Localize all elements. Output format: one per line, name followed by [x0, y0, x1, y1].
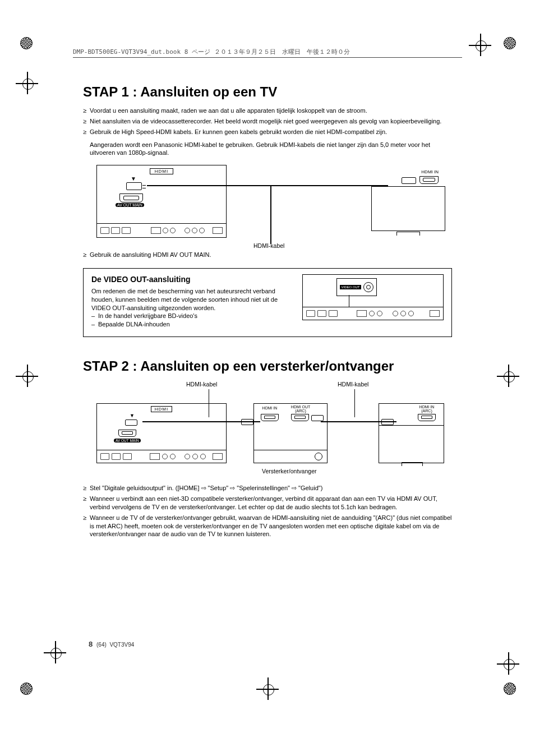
registration-mark-icon: [17, 34, 35, 52]
crop-mark-icon: [44, 641, 66, 663]
manual-page: DMP-BDT500EG-VQT3V94_dut.book 8 ページ ２０１３…: [0, 0, 535, 756]
bullet-item: Gebruik de aansluiting HDMI AV OUT MAIN.: [83, 251, 452, 259]
crop-mark-icon: [497, 652, 519, 675]
page-content: STAP 1 : Aansluiten op een TV Voordat u …: [83, 84, 452, 543]
registration-mark-icon: [17, 679, 35, 697]
video-out-item: In de handel verkrijgbare BD-video's: [91, 312, 293, 320]
hdmi-in-label: HDMI IN: [421, 169, 439, 174]
bullet-subtext: Aangeraden wordt een Panasonic HDMI-kabe…: [83, 141, 452, 158]
player-back-panel: [303, 307, 443, 320]
video-out-diagram: VIDEO OUT: [302, 274, 444, 320]
arrow-down-icon: ▼: [130, 413, 135, 418]
doc-header: DMP-BDT500EG-VQT3V94_dut.book 8 ページ ２０１３…: [73, 48, 462, 58]
registration-mark-icon: [500, 34, 518, 52]
hdmi-cable-caption: HDMI-kabel: [186, 381, 217, 388]
hdmi-plug-icon: [402, 177, 416, 184]
hdmi-in-label: HDMI IN: [259, 406, 281, 410]
cable-leader-line: [270, 185, 271, 244]
hdmi-port-icon: [419, 176, 439, 184]
stap2-bullets: Stel "Digitale geluidsoutput" in. ([HOME…: [83, 484, 452, 538]
tv-screen-icon: [379, 425, 444, 463]
stap1-heading: STAP 1 : Aansluiten op een TV: [83, 84, 452, 100]
hdmi-port-icon: [291, 414, 309, 421]
crop-mark-icon: [16, 365, 38, 387]
av-out-main-label: AV OUT MAIN: [116, 203, 144, 207]
tv-stand-icon: [396, 232, 420, 236]
hdmi-plug-icon: [311, 415, 324, 421]
hdmi-logo-icon: HDMI: [151, 406, 172, 412]
crop-mark-icon: [256, 677, 279, 700]
crop-mark-icon: [16, 72, 38, 94]
crop-mark-icon: [497, 365, 519, 387]
hdmi-out-arc-label: HDMI OUT (ARC): [287, 405, 315, 413]
hdmi-logo-icon: HDMI: [150, 168, 173, 174]
stap1-diagram: HDMI ▼ AV OUT MAIN: [96, 165, 444, 246]
bullet-item: Wanneer u de TV of de versterker/ontvang…: [83, 514, 452, 539]
stap1-bullets: Voordat u een aansluiting maakt, raden w…: [83, 107, 452, 136]
arrow-down-icon: ▼: [131, 176, 136, 182]
hdmi-port-icon: [261, 414, 279, 421]
player-back-panel: [97, 450, 226, 463]
hdmi-port-icon: [119, 193, 143, 202]
bullet-item: Gebruik de High Speed-HDMI kabels. Er ku…: [83, 128, 452, 136]
hdmi-in-arc-label: HDMI IN (ARC): [413, 405, 440, 413]
stap2-diagram: HDMI-kabel HDMI-kabel HDMI ▼ AV OUT MAIN: [96, 381, 444, 476]
hdmi-plug-icon: [125, 420, 137, 426]
amp-caption: Versterker/ontvanger: [262, 468, 316, 474]
hdmi-cable-caption: HDMI-kabel: [253, 242, 284, 249]
hdmi-cable-line: [147, 185, 388, 186]
video-out-intro: Om redenen die met de bescherming van he…: [91, 287, 293, 312]
leader-line: [349, 295, 349, 307]
video-out-title: De VIDEO OUT-aansluiting: [91, 274, 293, 285]
tv-diagram: HDMI IN: [371, 165, 444, 232]
tv-screen-icon: [371, 186, 445, 231]
bullet-item: Wanneer u verbindt aan een niet-3D compa…: [83, 495, 452, 511]
video-out-zoom: VIDEO OUT: [336, 278, 377, 296]
crop-mark-icon: [469, 34, 491, 56]
av-out-main-label: AV OUT MAIN: [114, 439, 141, 442]
bullet-item: Voordat u een aansluiting maakt, raden w…: [83, 107, 452, 115]
tv-stand-icon: [402, 462, 423, 466]
stap2-heading: STAP 2 : Aansluiten op een versterker/on…: [83, 358, 452, 374]
hdmi-plug-icon: [241, 419, 253, 425]
page-paren: (64): [96, 642, 107, 648]
page-number: 8: [89, 640, 93, 648]
stap1-after-bullets: Gebruik de aansluiting HDMI AV OUT MAIN.: [83, 251, 452, 259]
tv-diagram: HDMI IN (ARC): [379, 403, 444, 463]
hdmi-plug-icon: [126, 182, 142, 190]
video-out-item: Bepaalde DLNA-inhouden: [91, 320, 293, 329]
video-out-box: De VIDEO OUT-aansluiting Om redenen die …: [83, 268, 452, 337]
rca-jack-icon: [363, 282, 373, 292]
hdmi-port-icon: [418, 414, 436, 421]
hdmi-port-icon: [118, 430, 136, 437]
bullet-item: Niet aansluiten via de videocassettereco…: [83, 117, 452, 126]
amp-diagram: HDMI IN HDMI OUT (ARC): [253, 403, 328, 463]
video-out-port-label: VIDEO OUT: [340, 285, 361, 289]
player-diagram: HDMI ▼ AV OUT MAIN: [96, 403, 227, 463]
registration-mark-icon: [500, 679, 518, 697]
player-diagram: HDMI ▼ AV OUT MAIN: [96, 165, 227, 238]
player-back-panel: [97, 223, 226, 237]
hdmi-cable-caption: HDMI-kabel: [338, 381, 368, 388]
leader-line: [354, 389, 355, 417]
bullet-item: Stel "Digitale geluidsoutput" in. ([HOME…: [83, 484, 452, 492]
doc-code: VQT3V94: [109, 642, 134, 648]
page-footer: 8 (64) VQT3V94: [89, 640, 134, 648]
